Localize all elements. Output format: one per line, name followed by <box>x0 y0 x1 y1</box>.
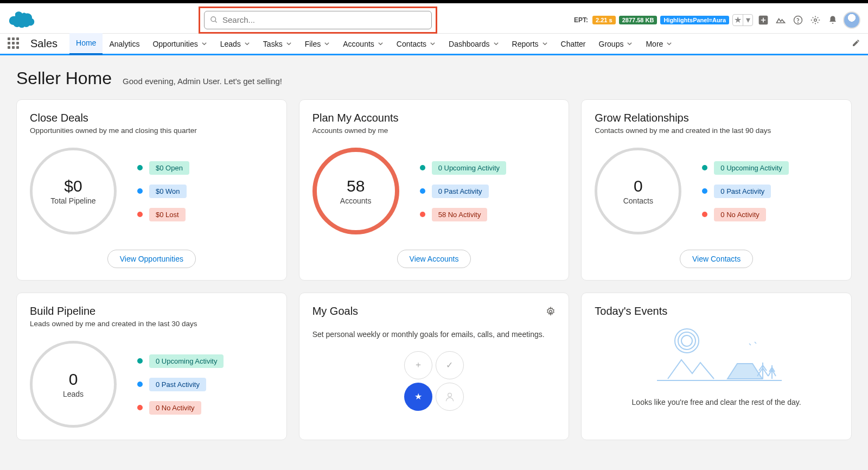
chevron-down-icon <box>666 41 672 47</box>
chevron-down-icon <box>324 41 330 47</box>
nav-item-opportunities[interactable]: Opportunities <box>146 33 213 55</box>
goal-person-icon[interactable] <box>436 383 464 411</box>
goal-check-icon[interactable]: ✓ <box>436 351 464 379</box>
legend-chip[interactable]: $0 Lost <box>149 208 186 221</box>
page-subtitle: Good evening, Admin User. Let's get sell… <box>123 77 282 86</box>
app-launcher-icon[interactable] <box>8 37 21 50</box>
leads-ring: 0 Leads <box>30 341 117 428</box>
add-icon[interactable] <box>756 13 770 27</box>
legend-dot <box>420 188 425 194</box>
nav-item-label: Opportunities <box>152 40 197 48</box>
svg-point-5 <box>814 18 817 21</box>
salesforce-logo[interactable] <box>8 9 36 31</box>
legend-row: 0 Past Activity <box>420 185 506 198</box>
legend-chip[interactable]: $0 Open <box>149 161 189 175</box>
page-title: Seller Home <box>16 68 112 88</box>
nav-item-label: Leads <box>220 40 241 48</box>
svg-point-6 <box>550 310 552 313</box>
chevron-down-icon <box>201 41 207 47</box>
app-name: Sales <box>30 37 58 50</box>
ring-label: Total Pipeline <box>50 196 95 205</box>
nav-item-accounts[interactable]: Accounts <box>336 33 390 55</box>
legend-chip[interactable]: 0 Upcoming Activity <box>432 161 506 175</box>
legend-dot <box>137 382 143 387</box>
nav-item-label: Tasks <box>263 40 283 48</box>
legend-chip[interactable]: 0 Past Activity <box>149 378 206 391</box>
nav-item-label: Accounts <box>343 40 374 48</box>
card-build-pipeline: Build Pipeline Leads owned by me and cre… <box>16 293 287 440</box>
legend-dot <box>137 188 143 194</box>
legend-dot <box>702 212 707 217</box>
chevron-down-icon <box>493 41 499 47</box>
svg-point-9 <box>678 332 695 350</box>
svg-point-8 <box>681 335 692 346</box>
page-body: Seller Home Good evening, Admin User. Le… <box>0 55 868 453</box>
legend-row: 0 No Activity <box>137 401 224 415</box>
card-subtitle: Leads owned by me and created in the las… <box>30 320 273 328</box>
legend-chip[interactable]: 0 No Activity <box>714 208 766 221</box>
nav-item-contacts[interactable]: Contacts <box>390 33 442 55</box>
global-search[interactable] <box>204 11 432 29</box>
nav-item-home[interactable]: Home <box>69 33 103 55</box>
card-subtitle: Opportunities owned by me and closing th… <box>30 126 273 135</box>
user-avatar[interactable] <box>843 11 860 29</box>
legend-dot <box>137 212 143 217</box>
legend-chip[interactable]: 58 No Activity <box>432 208 488 221</box>
legend-chip[interactable]: 0 Upcoming Activity <box>149 354 224 368</box>
nav-item-files[interactable]: Files <box>298 33 337 55</box>
legend-chip[interactable]: 0 No Activity <box>149 401 201 415</box>
goal-star-icon[interactable]: ★ <box>404 383 432 411</box>
nav-item-label: Reports <box>512 40 539 48</box>
search-input[interactable] <box>222 15 426 24</box>
chevron-down-icon <box>542 41 548 47</box>
ring-value: 0 <box>634 177 643 195</box>
legend-row: 0 Past Activity <box>137 378 224 391</box>
legend-row: 0 Past Activity <box>702 185 788 198</box>
nav-item-tasks[interactable]: Tasks <box>257 33 298 55</box>
global-search-container <box>204 11 432 29</box>
nav-item-label: More <box>646 40 663 48</box>
edit-nav-icon[interactable] <box>852 39 860 49</box>
view-accounts-button[interactable]: View Accounts <box>397 250 471 268</box>
nav-item-more[interactable]: More <box>639 33 679 55</box>
card-grow-relationships: Grow Relationships Contacts owned by me … <box>581 99 852 281</box>
legend-row: 0 Upcoming Activity <box>420 161 506 175</box>
chevron-down-icon[interactable]: ▾ <box>743 15 752 26</box>
search-icon <box>210 16 218 24</box>
trailhead-icon[interactable] <box>774 13 788 27</box>
nav-item-dashboards[interactable]: Dashboards <box>442 33 506 55</box>
star-icon[interactable]: ★ <box>733 15 743 26</box>
card-todays-events: Today's Events Looks like you're free an… <box>581 293 852 440</box>
goals-settings-gear-icon[interactable] <box>546 307 556 319</box>
nav-item-chatter[interactable]: Chatter <box>554 33 592 55</box>
legend-row: $0 Won <box>137 185 189 198</box>
favorites-combo[interactable]: ★ ▾ <box>732 14 753 26</box>
nav-item-label: Dashboards <box>449 40 490 48</box>
nav-item-groups[interactable]: Groups <box>592 33 640 55</box>
notifications-bell-icon[interactable] <box>826 13 840 27</box>
contacts-ring: 0 Contacts <box>595 148 681 234</box>
legend-chip[interactable]: $0 Won <box>149 185 187 198</box>
legend-row: 0 Upcoming Activity <box>702 161 788 175</box>
help-icon[interactable] <box>791 13 805 27</box>
goals-description: Set personal weekly or monthly goals for… <box>312 329 556 340</box>
legend-row: 0 No Activity <box>702 208 788 221</box>
ring-value: 58 <box>347 177 365 195</box>
legend-chip[interactable]: 0 Past Activity <box>432 185 489 198</box>
card-title: Today's Events <box>595 305 838 317</box>
setup-gear-icon[interactable] <box>808 13 822 27</box>
card-title: Close Deals <box>30 112 273 124</box>
legend-chip[interactable]: 0 Past Activity <box>714 185 771 198</box>
nav-item-label: Files <box>305 40 321 48</box>
view-opportunities-button[interactable]: View Opportunities <box>107 250 196 268</box>
view-contacts-button[interactable]: View Contacts <box>680 250 753 268</box>
legend-chip[interactable]: 0 Upcoming Activity <box>714 161 788 175</box>
legend-dot <box>702 188 707 194</box>
nav-item-reports[interactable]: Reports <box>506 33 554 55</box>
goal-add-icon[interactable]: ＋ <box>404 351 432 379</box>
nav-item-leads[interactable]: Leads <box>214 33 257 55</box>
ring-label: Leads <box>63 390 84 398</box>
nav-item-analytics[interactable]: Analytics <box>103 33 146 55</box>
legend-dot <box>137 358 143 364</box>
global-header: EPT: 2.21 s 2877.58 KB HighlightsPanel=A… <box>0 3 868 34</box>
